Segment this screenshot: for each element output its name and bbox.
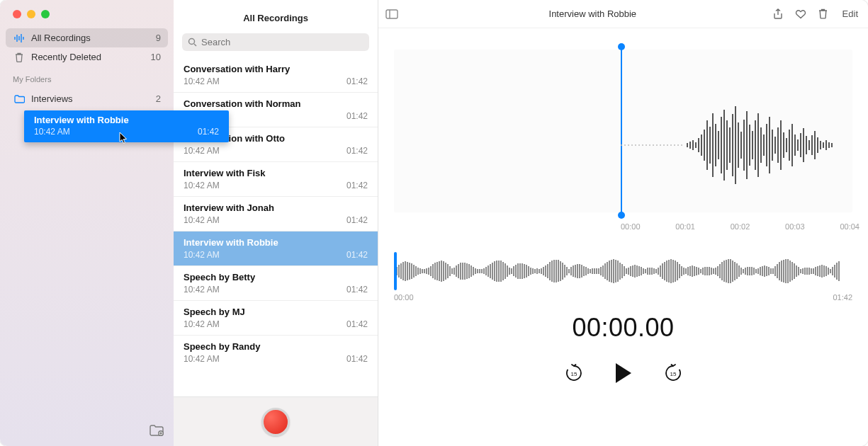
zoom-tick: 00:03 <box>785 222 805 231</box>
recording-time: 10:42 AM <box>184 111 220 121</box>
waveform-icon <box>13 34 26 42</box>
close-window-button[interactable] <box>13 10 21 18</box>
sidebar: All Recordings 9 Recently Deleted 10 My … <box>0 0 174 446</box>
recording-time: 10:42 AM <box>184 285 220 295</box>
recording-item[interactable]: Interview with Jonah10:42 AM01:42 <box>174 197 378 231</box>
recording-title: Conversation with Otto <box>184 133 368 144</box>
sidebar-section-label: My Folders <box>0 67 174 86</box>
sidebar-item-all-recordings[interactable]: All Recordings 9 <box>6 28 168 47</box>
recording-title: Conversation with Harry <box>184 64 368 74</box>
sidebar-item-recently-deleted[interactable]: Recently Deleted 10 <box>6 47 168 67</box>
overview-end-label: 01:42 <box>833 293 852 302</box>
recording-item[interactable]: Interview with Fisk10:42 AM01:42 <box>174 162 378 197</box>
new-folder-button[interactable] <box>150 425 164 439</box>
recording-duration: 01:42 <box>346 181 368 190</box>
window-controls <box>0 0 174 25</box>
recording-duration: 01:42 <box>346 354 368 364</box>
sidebar-folder-count: 2 <box>156 93 161 104</box>
record-bar <box>174 396 378 446</box>
recordings-list[interactable]: Conversation with Harry10:42 AM01:42Conv… <box>174 58 378 396</box>
overview-waveform-graphic <box>394 259 852 283</box>
search-icon <box>188 38 197 47</box>
recording-item[interactable]: Interview with Robbie10:42 AM01:42 <box>174 231 378 266</box>
play-icon <box>616 363 631 383</box>
recording-duration: 01:42 <box>346 215 368 225</box>
recording-time: 10:42 AM <box>184 215 220 225</box>
trash-icon <box>13 52 26 62</box>
delete-button[interactable] <box>817 8 830 21</box>
recording-time: 10:42 AM <box>184 319 220 329</box>
waveform-overview[interactable]: 00:00 01:42 <box>394 255 852 297</box>
recording-title: Interview with Robbie <box>184 237 368 248</box>
sidebar-footer <box>0 418 174 446</box>
sidebar-nav: All Recordings 9 Recently Deleted 10 <box>0 25 174 67</box>
skip-forward-button[interactable]: 15 <box>663 362 684 384</box>
zoom-tick: 00:01 <box>675 222 695 231</box>
recording-item[interactable]: Speech by MJ10:42 AM01:42 <box>174 301 378 336</box>
playback-controls: 15 15 <box>378 362 868 384</box>
waveform-zoom[interactable]: 00:0000:0100:0200:0300:04 <box>394 50 852 241</box>
recording-duration: 01:42 <box>346 250 368 260</box>
zoom-tick: 00:04 <box>840 222 859 231</box>
favorite-button[interactable] <box>794 8 807 21</box>
zoom-waveform-graphic <box>621 96 852 195</box>
detail-title: Interview with Robbie <box>414 8 772 19</box>
edit-button[interactable]: Edit <box>840 7 861 21</box>
app-window: All Recordings 9 Recently Deleted 10 My … <box>0 0 868 446</box>
sidebar-folders: Interviews 2 <box>0 86 174 108</box>
recording-duration: 01:42 <box>346 319 368 329</box>
sidebar-item-label: All Recordings <box>31 33 91 43</box>
svg-line-9 <box>194 44 196 46</box>
recording-time: 10:42 AM <box>184 146 220 156</box>
recording-duration: 01:42 <box>346 285 368 295</box>
zoom-tick: 00:00 <box>621 222 641 231</box>
toggle-sidebar-button[interactable] <box>385 8 398 21</box>
recording-title: Interview with Jonah <box>184 202 368 213</box>
detail-pane: Interview with Robbie Edit 0 <box>378 0 868 446</box>
sidebar-item-label: Recently Deleted <box>31 52 101 62</box>
sidebar-folder-label: Interviews <box>31 93 73 104</box>
skip-back-button[interactable]: 15 <box>563 362 585 384</box>
toolbar: Interview with Robbie Edit <box>378 0 868 28</box>
overview-start-label: 00:00 <box>394 293 414 302</box>
svg-text:15: 15 <box>570 371 577 377</box>
sidebar-item-count: 9 <box>156 33 161 43</box>
recording-duration: 01:42 <box>346 146 368 156</box>
zoom-tick: 00:02 <box>731 222 750 231</box>
recording-title: Speech by MJ <box>184 307 368 317</box>
record-button[interactable] <box>261 408 290 436</box>
zoom-timeline: 00:0000:0100:0200:0300:04 <box>621 222 859 231</box>
recording-item[interactable]: Conversation with Harry10:42 AM01:42 <box>174 58 378 93</box>
recording-item[interactable]: Speech by Betty10:42 AM01:42 <box>174 266 378 301</box>
play-button[interactable] <box>613 362 634 384</box>
overview-cursor[interactable] <box>394 252 397 290</box>
folder-icon <box>13 95 26 103</box>
recording-title: Speech by Betty <box>184 272 368 282</box>
svg-point-8 <box>189 39 195 45</box>
sidebar-item-count: 10 <box>151 52 161 62</box>
recording-time: 10:42 AM <box>184 181 220 190</box>
sidebar-folder-interviews[interactable]: Interviews 2 <box>6 89 168 108</box>
recording-title: Speech by Randy <box>184 341 368 352</box>
recording-title: Interview with Fisk <box>184 168 368 178</box>
recording-time: 10:42 AM <box>184 76 220 86</box>
search-field[interactable] <box>182 33 369 51</box>
recording-item[interactable]: Conversation with Otto10:42 AM01:42 <box>174 127 378 162</box>
recordings-header: All Recordings <box>174 0 378 33</box>
maximize-window-button[interactable] <box>41 10 50 18</box>
svg-rect-10 <box>386 10 398 18</box>
recording-title: Conversation with Norman <box>184 98 368 109</box>
share-button[interactable] <box>772 8 784 21</box>
recordings-column: All Recordings Conversation with Harry10… <box>174 0 378 446</box>
minimize-window-button[interactable] <box>27 10 35 18</box>
recording-duration: 01:42 <box>346 111 368 121</box>
svg-text:15: 15 <box>670 371 676 377</box>
recording-item[interactable]: Speech by Randy10:42 AM01:42 <box>174 336 378 370</box>
search-input[interactable] <box>201 37 363 47</box>
current-time-display: 00:00.00 <box>378 313 868 343</box>
recording-item[interactable]: Conversation with Norman10:42 AM01:42 <box>174 93 378 127</box>
recording-time: 10:42 AM <box>184 354 220 364</box>
recording-time: 10:42 AM <box>184 250 220 260</box>
recording-duration: 01:42 <box>346 76 368 86</box>
